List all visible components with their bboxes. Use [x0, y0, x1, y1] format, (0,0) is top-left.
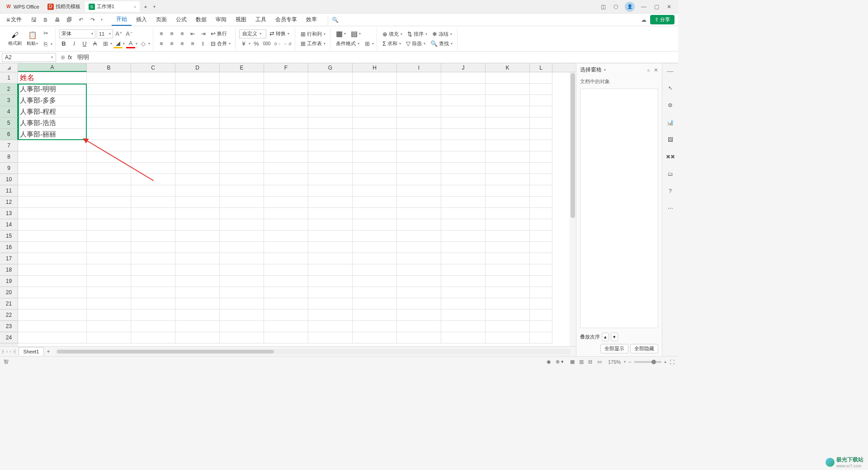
cell-I19[interactable]	[397, 276, 441, 287]
cell-F9[interactable]	[264, 163, 308, 174]
cell-L18[interactable]	[530, 264, 552, 276]
find-button[interactable]: 🔍查找▾	[429, 39, 454, 48]
cell-A18[interactable]	[18, 264, 87, 276]
horizontal-scrollbar[interactable]	[56, 349, 571, 354]
cell-I8[interactable]	[397, 151, 441, 163]
increase-indent-icon[interactable]: ⇥	[198, 29, 208, 38]
cell-G1[interactable]	[308, 72, 353, 84]
cell-B10[interactable]	[87, 174, 131, 185]
cell-C3[interactable]	[131, 95, 175, 106]
cell-J15[interactable]	[441, 230, 486, 242]
worksheet-button[interactable]: ⊞ 工作表▾	[299, 39, 327, 48]
print-preview-icon[interactable]: 🗐	[65, 16, 73, 24]
col-header-G[interactable]: G	[308, 63, 353, 72]
tools-icon[interactable]: ✖✖	[665, 152, 675, 162]
font-color-dropdown[interactable]: A▾	[126, 39, 137, 48]
cell-H21[interactable]	[353, 298, 397, 310]
cell-B13[interactable]	[87, 208, 131, 219]
cell-D17[interactable]	[175, 253, 220, 264]
cell-A7[interactable]	[18, 140, 87, 151]
col-header-B[interactable]: B	[87, 63, 131, 72]
cell-B21[interactable]	[87, 298, 131, 310]
minimize-button[interactable]: —	[640, 3, 647, 10]
cell-E4[interactable]	[220, 106, 264, 118]
cut-icon[interactable]: ✂	[41, 29, 50, 38]
col-header-A[interactable]: A	[18, 63, 87, 72]
cell-H10[interactable]	[353, 174, 397, 185]
cell-H18[interactable]	[353, 264, 397, 276]
print-icon[interactable]: 🖶	[53, 16, 61, 24]
cell-D6[interactable]	[175, 129, 220, 140]
cell-A10[interactable]	[18, 174, 87, 185]
analytics-icon[interactable]: 📊	[665, 118, 675, 127]
cell-E7[interactable]	[220, 140, 264, 151]
menu-tab-member[interactable]: 会员专享	[271, 14, 302, 25]
cell-D8[interactable]	[175, 151, 220, 163]
col-header-E[interactable]: E	[220, 63, 264, 72]
row-header-4[interactable]: 4	[0, 106, 18, 118]
cell-A20[interactable]	[18, 287, 87, 298]
cell-G8[interactable]	[308, 151, 353, 163]
row-header-12[interactable]: 12	[0, 197, 18, 208]
cell-L24[interactable]	[530, 332, 552, 343]
cell-C22[interactable]	[131, 310, 175, 321]
new-tab-button[interactable]: +	[141, 2, 151, 11]
font-name-select[interactable]: 宋体▾	[59, 29, 95, 38]
cell-H12[interactable]	[353, 197, 397, 208]
cell-F4[interactable]	[264, 106, 308, 118]
cell-J14[interactable]	[441, 219, 486, 230]
cell-E6[interactable]	[220, 129, 264, 140]
cell-I21[interactable]	[397, 298, 441, 310]
cell-L2[interactable]	[530, 84, 552, 95]
cell-L12[interactable]	[530, 197, 552, 208]
cell-G14[interactable]	[308, 219, 353, 230]
cell-C2[interactable]	[131, 84, 175, 95]
row-header-8[interactable]: 8	[0, 151, 18, 163]
row-header-19[interactable]: 19	[0, 276, 18, 287]
menu-tab-page[interactable]: 页面	[151, 14, 171, 25]
cell-J11[interactable]	[441, 185, 486, 197]
cell-H9[interactable]	[353, 163, 397, 174]
wrap-text-button[interactable]: ↩ 换行	[209, 29, 229, 38]
decrease-decimal-icon[interactable]: .0→	[273, 39, 282, 48]
cell-E24[interactable]	[220, 332, 264, 343]
currency-dropdown[interactable]: ¥▾	[239, 39, 250, 48]
cell-A22[interactable]	[18, 310, 87, 321]
cell-G24[interactable]	[308, 332, 353, 343]
cell-D4[interactable]	[175, 106, 220, 118]
cell-G23[interactable]	[308, 321, 353, 332]
cell-F1[interactable]	[264, 72, 308, 84]
justify-icon[interactable]: ≡	[188, 39, 197, 48]
cell-J1[interactable]	[441, 72, 486, 84]
row-header-22[interactable]: 22	[0, 310, 18, 321]
cell-L9[interactable]	[530, 163, 552, 174]
cell-L5[interactable]	[530, 118, 552, 129]
cell-B7[interactable]	[87, 140, 131, 151]
cell-B9[interactable]	[87, 163, 131, 174]
cell-A24[interactable]	[18, 332, 87, 343]
zoom-out-button[interactable]: −	[628, 359, 631, 365]
help-icon[interactable]: ?	[665, 186, 675, 196]
cell-E13[interactable]	[220, 208, 264, 219]
cell-E20[interactable]	[220, 287, 264, 298]
cell-B1[interactable]	[87, 72, 131, 84]
cell-D15[interactable]	[175, 230, 220, 242]
cell-J6[interactable]	[441, 129, 486, 140]
cell-A12[interactable]	[18, 197, 87, 208]
cell-B11[interactable]	[87, 185, 131, 197]
cell-C8[interactable]	[131, 151, 175, 163]
cell-I14[interactable]	[397, 219, 441, 230]
cell-E2[interactable]	[220, 84, 264, 95]
sheet-nav-last[interactable]: ›|	[13, 349, 16, 354]
cell-G21[interactable]	[308, 298, 353, 310]
file-menu[interactable]: ≡ 文件	[4, 15, 24, 24]
cell-J5[interactable]	[441, 118, 486, 129]
cell-H2[interactable]	[353, 84, 397, 95]
cell-D14[interactable]	[175, 219, 220, 230]
cell-H6[interactable]	[353, 129, 397, 140]
cell-K19[interactable]	[486, 276, 530, 287]
cell-E3[interactable]	[220, 95, 264, 106]
cell-B24[interactable]	[87, 332, 131, 343]
col-header-D[interactable]: D	[175, 63, 220, 72]
tab-menu-dropdown[interactable]: ▾	[151, 4, 157, 9]
